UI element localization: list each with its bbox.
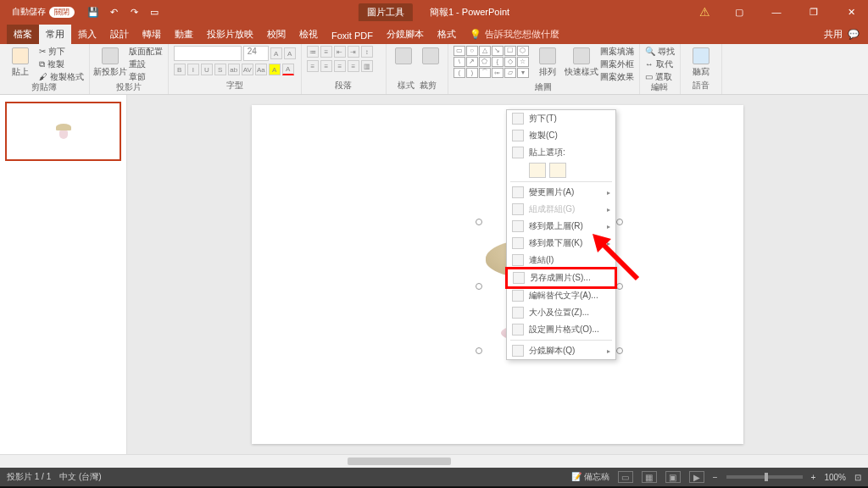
indent-dec-icon[interactable]: ⇤: [334, 46, 346, 58]
slideshow-view-icon[interactable]: ▶: [689, 471, 704, 483]
font-size-combo[interactable]: 24: [243, 46, 269, 61]
warning-icon[interactable]: ⚠: [699, 5, 710, 19]
layout-button[interactable]: 版面配置: [129, 46, 163, 58]
tab-insert[interactable]: 插入: [71, 25, 103, 44]
tell-me-search[interactable]: 💡 告訴我您想做什麼: [463, 25, 566, 44]
size-icon: [512, 307, 524, 319]
ctx-bring-front[interactable]: 移到最上層(R)▸: [507, 218, 615, 235]
reading-view-icon[interactable]: ▣: [665, 471, 681, 483]
status-bar: 投影片 1 / 1 中文 (台灣) 📝 備忘稿 ▭ ▦ ▣ ▶ − + 100%…: [0, 468, 868, 486]
tab-storyboard[interactable]: 分鏡腳本: [380, 25, 431, 44]
font-color-icon[interactable]: A: [282, 64, 294, 75]
ribbon-options-icon[interactable]: ▢: [722, 0, 756, 24]
tab-foxit[interactable]: Foxit PDF: [325, 27, 380, 44]
crop-icon: [422, 47, 439, 64]
strike-icon[interactable]: S: [214, 64, 226, 75]
shrink-font-icon[interactable]: A: [284, 47, 296, 59]
slide-editor[interactable]: 剪下(T) 複製(C) 貼上選項: 變更圖片(A)▸ 組成群組(G)▸ 移到最上…: [127, 95, 868, 454]
ctx-change-picture[interactable]: 變更圖片(A)▸: [507, 184, 615, 201]
front-icon: [512, 220, 524, 232]
bullets-icon[interactable]: ≔: [307, 46, 319, 58]
font-family-combo[interactable]: [174, 46, 242, 61]
paste-option-2[interactable]: [549, 163, 566, 178]
tab-format[interactable]: 格式: [431, 25, 463, 44]
reset-button[interactable]: 重設: [129, 58, 163, 70]
format-icon: [512, 324, 524, 336]
ctx-save-as-picture[interactable]: 另存成圖片(S)...: [508, 269, 615, 286]
align-left-icon[interactable]: ≡: [307, 60, 319, 72]
zoom-out-icon[interactable]: −: [713, 473, 718, 482]
sorter-view-icon[interactable]: ▦: [642, 471, 657, 483]
autosave-toggle[interactable]: 自動儲存 關閉: [7, 6, 80, 18]
bold-icon[interactable]: B: [174, 64, 186, 75]
crop-button[interactable]: [419, 46, 442, 68]
shape-fill-button[interactable]: 圖案填滿: [600, 46, 634, 58]
align-center-icon[interactable]: ≡: [320, 60, 332, 72]
arrange-button[interactable]: 排列: [532, 46, 563, 80]
tab-slideshow[interactable]: 投影片放映: [200, 25, 260, 44]
notes-button[interactable]: 📝 備忘稿: [571, 471, 609, 483]
slide-thumb-1[interactable]: [5, 102, 121, 161]
replace-button[interactable]: ↔ 取代: [645, 58, 675, 70]
maximize-icon[interactable]: ❐: [797, 0, 831, 24]
line-spacing-icon[interactable]: ↕: [361, 46, 373, 58]
paste-button[interactable]: 貼上: [5, 46, 36, 80]
ctx-copy[interactable]: 複製(C): [507, 127, 615, 144]
columns-icon[interactable]: ▥: [361, 60, 373, 72]
language-indicator[interactable]: 中文 (台灣): [59, 471, 101, 483]
zoom-slider[interactable]: [726, 475, 803, 479]
quick-styles-button[interactable]: 快速樣式: [566, 46, 597, 80]
zoom-level[interactable]: 100%: [824, 473, 846, 482]
scrollbar-thumb[interactable]: [348, 458, 452, 465]
shapes-gallery[interactable]: ▭○△↘☐⬡ \↗⬠{◇☆ ()⌒⬰▱▾: [453, 46, 529, 78]
grow-font-icon[interactable]: A: [270, 47, 282, 59]
slide-thumbnail-panel[interactable]: 1: [0, 95, 127, 454]
shadow-icon[interactable]: ab: [228, 64, 240, 75]
tab-review[interactable]: 校閱: [260, 25, 292, 44]
slide-canvas[interactable]: 剪下(T) 複製(C) 貼上選項: 變更圖片(A)▸ 組成群組(G)▸ 移到最上…: [252, 105, 743, 444]
chevron-right-icon: ▸: [607, 240, 610, 247]
redo-icon[interactable]: ↷: [127, 5, 141, 19]
fit-to-window-icon[interactable]: ⊡: [854, 473, 861, 482]
underline-icon[interactable]: U: [201, 64, 213, 75]
case-icon[interactable]: Aa: [255, 64, 267, 75]
italic-icon[interactable]: I: [187, 64, 199, 75]
indent-inc-icon[interactable]: ⇥: [348, 46, 359, 58]
close-icon[interactable]: ✕: [834, 0, 868, 24]
paste-option-1[interactable]: [529, 163, 546, 178]
new-slide-button[interactable]: 新投影片: [95, 46, 125, 80]
ctx-size-position[interactable]: 大小及位置(Z)...: [507, 304, 615, 321]
start-slideshow-icon[interactable]: ▭: [147, 5, 161, 19]
numbering-icon[interactable]: ≡: [320, 46, 332, 58]
minimize-icon[interactable]: —: [760, 0, 793, 24]
ctx-link[interactable]: 連結(I): [507, 252, 615, 269]
tab-animations[interactable]: 動畫: [168, 25, 200, 44]
normal-view-icon[interactable]: ▭: [618, 471, 633, 483]
undo-icon[interactable]: ↶: [107, 5, 120, 19]
ctx-storyboard[interactable]: 分鏡腳本(Q)▸: [507, 342, 615, 359]
find-button[interactable]: 🔍 尋找: [645, 46, 675, 58]
tab-design[interactable]: 設計: [103, 25, 136, 44]
horizontal-scrollbar[interactable]: [0, 454, 868, 468]
tab-file[interactable]: 檔案: [7, 25, 39, 44]
share-button[interactable]: 共用: [824, 28, 843, 41]
highlight-icon[interactable]: A: [269, 64, 281, 75]
cut-button[interactable]: ✂ 剪下: [39, 46, 84, 58]
styles-button[interactable]: [392, 46, 415, 68]
tab-home[interactable]: 常用: [39, 25, 71, 44]
align-right-icon[interactable]: ≡: [334, 60, 346, 72]
shape-outline-button[interactable]: 圖案外框: [600, 58, 634, 70]
copy-button[interactable]: ⧉ 複製: [39, 58, 84, 70]
save-icon[interactable]: 💾: [86, 5, 100, 19]
ctx-alt-text[interactable]: 編輯替代文字(A)...: [507, 287, 615, 304]
justify-icon[interactable]: ≡: [348, 60, 359, 72]
ctx-send-back[interactable]: 移到最下層(K)▸: [507, 235, 615, 252]
ctx-format-picture[interactable]: 設定圖片格式(O)...: [507, 321, 615, 338]
spacing-icon[interactable]: AV: [242, 64, 253, 75]
tab-view[interactable]: 檢視: [292, 25, 325, 44]
dictate-button[interactable]: 聽寫: [686, 46, 716, 80]
tab-transitions[interactable]: 轉場: [136, 25, 168, 44]
zoom-in-icon[interactable]: +: [811, 473, 816, 482]
ctx-cut[interactable]: 剪下(T): [507, 110, 615, 127]
comments-icon[interactable]: 💬: [848, 29, 860, 40]
